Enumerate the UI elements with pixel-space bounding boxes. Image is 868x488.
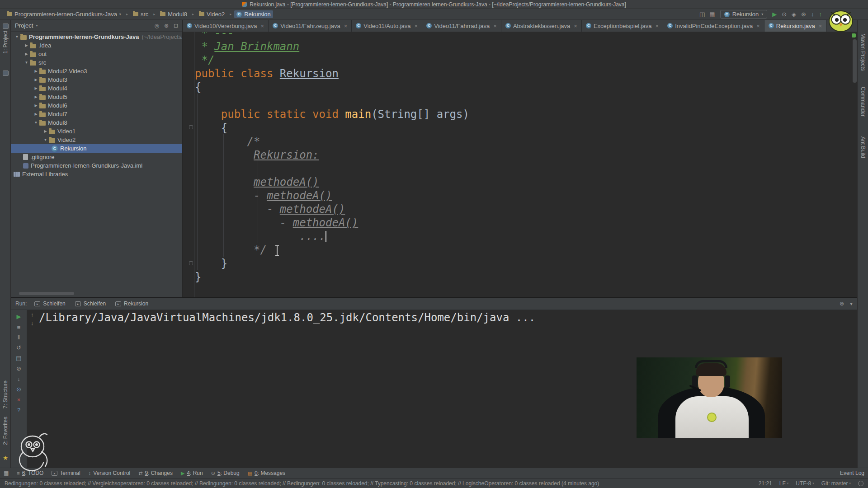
editor-tab[interactable]: CVideo11/Fahrzeug.java× <box>269 20 352 32</box>
down-arrow-icon[interactable]: ↓ <box>31 321 33 326</box>
close-icon[interactable]: × <box>344 23 348 29</box>
close-icon[interactable]: × <box>261 23 264 29</box>
encoding-widget[interactable]: UTF-8 ▾ <box>796 480 814 487</box>
right-stripe-tab-commander[interactable]: Commander <box>858 87 868 117</box>
chevron-collapsed-icon[interactable]: ▶ <box>33 112 39 116</box>
tree-item[interactable]: ▶out <box>11 50 182 58</box>
fold-marker-icon[interactable] <box>189 125 193 129</box>
stop-button[interactable]: ■ <box>17 324 21 330</box>
scroll-from-source-button[interactable]: ◎ <box>154 23 159 29</box>
tree-item[interactable]: External Libraries <box>11 170 182 178</box>
tree-item[interactable]: Programmieren-lernen-Grundkurs-Java.iml <box>11 161 182 170</box>
editor-tab[interactable]: CExceptionbeispiel.java× <box>582 20 663 32</box>
editor-tab[interactable]: CInvalidPinCodeException.java× <box>663 20 764 32</box>
settings-gear-icon[interactable]: ⊛ <box>801 11 806 17</box>
close-icon[interactable]: × <box>415 23 418 29</box>
chevron-expanded-icon[interactable]: ▼ <box>33 121 39 125</box>
editor-tab[interactable]: CVideo10/Vererbung.java× <box>183 20 269 32</box>
right-stripe-tab-ant-build[interactable]: Ant Build <box>858 136 868 158</box>
coverage-button[interactable]: ◈ <box>792 11 796 17</box>
horizontal-scrollbar[interactable] <box>19 292 74 295</box>
tool-window-switcher-icon[interactable]: ▦ <box>4 470 9 476</box>
close-icon[interactable]: × <box>756 23 760 29</box>
up-arrow-icon[interactable]: ↑ <box>31 312 33 318</box>
tree-item[interactable]: ▶Modul2.Video3 <box>11 67 182 75</box>
breadcrumb-item[interactable]: src <box>131 10 151 18</box>
right-stripe-tab-maven-projects[interactable]: Maven Projects <box>858 33 868 71</box>
tree-item[interactable]: ▶Video1 <box>11 127 182 136</box>
project-tool-tab[interactable]: 1: Project <box>0 23 11 54</box>
vcs-commit-button[interactable]: ↑ <box>819 11 822 17</box>
editor-tab[interactable]: CVideo11/Fahrrad.java× <box>422 20 501 32</box>
tree-item[interactable]: ▶.idea <box>11 41 182 50</box>
tree-item[interactable]: ▼Video2 <box>11 136 182 144</box>
scroll-to-end-button[interactable]: ↓ <box>17 376 20 382</box>
run-tab[interactable]: ▸Schleifen <box>73 300 108 308</box>
hide-panel-button[interactable]: ▾ <box>850 300 853 307</box>
chevron-expanded-icon[interactable]: ▼ <box>42 138 49 142</box>
favorites-tool-tab[interactable]: 2: Favorites <box>0 417 11 445</box>
chevron-expanded-icon[interactable]: ▼ <box>23 61 30 65</box>
chevron-collapsed-icon[interactable]: ▶ <box>23 52 30 56</box>
settings-gear-icon[interactable]: ⊛ <box>840 300 844 307</box>
run-config-dropdown[interactable]: C Rekursion ▾ <box>720 10 768 19</box>
breadcrumb-item[interactable]: Modul8 <box>158 10 189 18</box>
chevron-expanded-icon[interactable]: ▼ <box>14 35 20 39</box>
editor-tab[interactable]: CRekursion.java× <box>764 20 827 32</box>
help-button[interactable]: ? <box>17 407 20 413</box>
tree-item[interactable]: CRekursion <box>11 144 182 153</box>
rerun-button[interactable]: ▶ <box>17 314 21 319</box>
tree-item[interactable]: ▶Modul6 <box>11 101 182 110</box>
tree-item[interactable]: ▶Modul3 <box>11 75 182 84</box>
project-panel-title[interactable]: Project <box>15 22 33 29</box>
editor-scrollbar[interactable] <box>853 39 857 83</box>
tree-item[interactable]: ▶Modul5 <box>11 93 182 101</box>
window-layout-icon[interactable]: ▦ <box>709 11 715 17</box>
close-icon[interactable]: × <box>656 23 659 29</box>
run-tab[interactable]: ▸Rekursion <box>113 300 150 308</box>
pause-output-button[interactable]: ‖ <box>18 334 20 340</box>
code-editor[interactable]: * --- * Jan Brinkmann */public class Rek… <box>195 32 852 284</box>
close-icon[interactable]: × <box>493 23 497 29</box>
inspection-profile-icon[interactable] <box>858 481 863 486</box>
hide-windows-icon[interactable]: ◫ <box>699 11 705 17</box>
vcs-branch-widget[interactable]: Git: master ▾ <box>821 480 851 487</box>
pin-tab-button[interactable]: ⊙ <box>16 386 21 392</box>
breadcrumb-item[interactable]: Video2 <box>197 10 227 18</box>
close-icon[interactable]: × <box>574 23 577 29</box>
chevron-collapsed-icon[interactable]: ▶ <box>33 95 39 99</box>
collapse-all-button[interactable]: ⊟ <box>174 23 178 29</box>
tool-window-button-messages[interactable]: ▤0: Messages <box>248 470 285 476</box>
tool-window-button-run[interactable]: ▶4: Run <box>181 470 203 476</box>
tree-item[interactable]: ▼src <box>11 58 182 67</box>
editor-body[interactable]: * --- * Jan Brinkmann */public class Rek… <box>183 32 857 297</box>
tree-item[interactable]: ▶Modul7 <box>11 110 182 118</box>
chevron-collapsed-icon[interactable]: ▶ <box>33 103 39 108</box>
run-button[interactable]: ▶ <box>772 11 777 17</box>
close-icon[interactable]: × <box>819 23 822 29</box>
tool-window-button-changes[interactable]: ⇄9: Changes <box>138 470 173 476</box>
chevron-collapsed-icon[interactable]: ▶ <box>33 86 39 90</box>
settings-gear-icon[interactable]: ⊛ <box>164 23 169 29</box>
clear-console-button[interactable]: ⊘ <box>16 366 21 371</box>
chevron-collapsed-icon[interactable]: ▶ <box>33 78 39 82</box>
line-separator-widget[interactable]: LF ▾ <box>779 480 789 487</box>
tree-item[interactable]: ▶Modul4 <box>11 84 182 93</box>
close-button[interactable]: × <box>17 397 21 403</box>
structure-tool-tab[interactable]: 7: Structure <box>0 380 11 408</box>
chevron-collapsed-icon[interactable]: ▶ <box>42 129 49 133</box>
vcs-update-button[interactable]: ↓ <box>811 11 814 17</box>
breadcrumb-item[interactable]: Programmieren-lernen-Grundkurs-Java▾ <box>5 10 123 18</box>
console[interactable]: ↑ ↓ /Library/Java/JavaVirtualMachines/jd… <box>27 310 857 468</box>
chevron-collapsed-icon[interactable]: ▶ <box>33 69 39 73</box>
debug-button[interactable]: ⊙ <box>782 11 787 17</box>
chevron-collapsed-icon[interactable]: ▶ <box>23 43 30 47</box>
tool-window-button-terminal[interactable]: ▸Terminal <box>52 470 80 476</box>
tool-window-button-version-control[interactable]: ↕Version Control <box>89 470 131 476</box>
tree-item[interactable]: ▼Programmieren-lernen-Grundkurs-Java(~/I… <box>11 33 182 41</box>
editor-tab[interactable]: CAbstrakteklassen.java× <box>501 20 582 32</box>
tool-window-button[interactable] <box>0 70 11 76</box>
tree-item[interactable]: .gitignore <box>11 153 182 161</box>
chevron-down-icon[interactable]: ▾ <box>36 23 38 28</box>
restore-layout-button[interactable]: ↺ <box>16 345 21 351</box>
